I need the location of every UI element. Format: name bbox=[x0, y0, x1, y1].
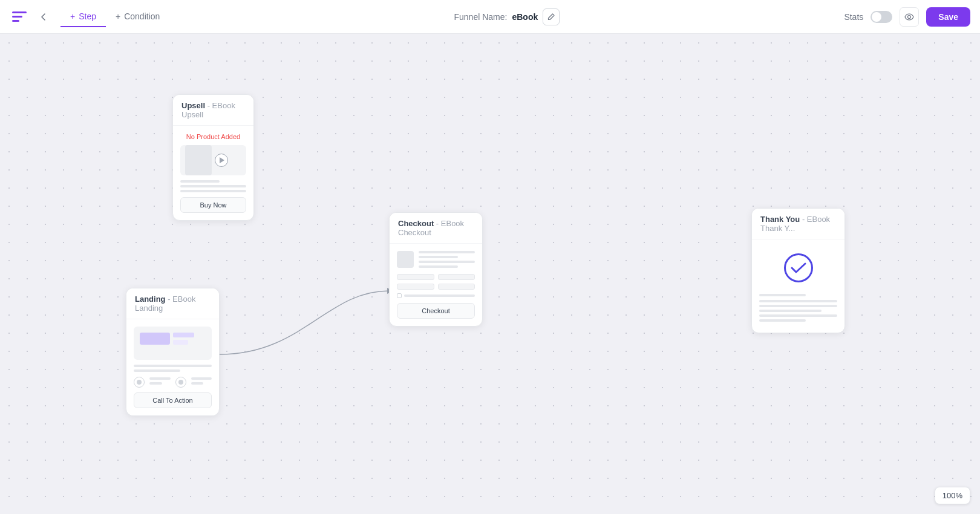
landing-text-lines bbox=[134, 365, 212, 372]
ty-line-5 bbox=[759, 314, 837, 317]
tab-step-label: Step bbox=[79, 11, 96, 21]
funnel-name-value: eBook bbox=[512, 12, 538, 22]
zoom-level: 100% bbox=[942, 491, 962, 500]
landing-card-header: Landing - EBook Landing bbox=[126, 288, 219, 319]
landing-line-1 bbox=[134, 365, 212, 367]
cta-text-lines bbox=[149, 377, 171, 387]
ty-line-1 bbox=[759, 294, 806, 296]
form-avatar bbox=[397, 251, 414, 268]
hero-element-2 bbox=[173, 333, 194, 337]
logo-line-1 bbox=[12, 11, 27, 13]
form-line-3 bbox=[419, 261, 475, 263]
text-line-3 bbox=[180, 190, 246, 192]
funnel-canvas[interactable]: Upsell - EBook Upsell No Product Added B… bbox=[0, 34, 980, 514]
app-logo bbox=[10, 7, 29, 27]
landing-card[interactable]: Landing - EBook Landing bbox=[126, 288, 220, 416]
form-line-1 bbox=[419, 251, 475, 253]
toggle-knob bbox=[872, 12, 881, 22]
no-product-text: No Product Added bbox=[180, 133, 246, 140]
cta-icon-right bbox=[175, 377, 186, 388]
preview-button[interactable] bbox=[900, 7, 919, 27]
ty-line-2 bbox=[759, 300, 837, 302]
checkbox-line bbox=[404, 294, 475, 297]
form-field-3 bbox=[397, 284, 434, 290]
cta-rline-2 bbox=[191, 382, 204, 385]
thankyou-card[interactable]: Thank You - EBook Thank Y... bbox=[751, 208, 845, 333]
call-to-action-button[interactable]: Call To Action bbox=[134, 392, 212, 408]
checkbox-box bbox=[397, 293, 402, 298]
back-button[interactable] bbox=[34, 7, 53, 27]
form-row-1 bbox=[397, 274, 475, 280]
form-row-2 bbox=[397, 284, 475, 290]
header-right: Stats Save bbox=[844, 7, 970, 27]
landing-line-2 bbox=[134, 369, 180, 372]
cta-rline-1 bbox=[191, 377, 212, 380]
zoom-indicator: 100% bbox=[935, 487, 970, 504]
stats-label: Stats bbox=[844, 12, 863, 22]
cta-text-lines-right bbox=[191, 377, 212, 387]
buy-now-button[interactable]: Buy Now bbox=[180, 197, 246, 213]
text-line-1 bbox=[180, 180, 220, 183]
check-circle-icon bbox=[784, 253, 813, 282]
play-icon bbox=[215, 154, 228, 167]
ty-line-6 bbox=[759, 319, 806, 322]
ty-line-3 bbox=[759, 305, 837, 307]
edit-funnel-name-button[interactable] bbox=[543, 8, 560, 25]
tab-condition-label: Condition bbox=[124, 11, 160, 21]
upsell-text-lines bbox=[180, 180, 246, 192]
checkout-card[interactable]: Checkout - EBook Checkout bbox=[389, 212, 483, 327]
text-line-2 bbox=[180, 185, 246, 187]
thankyou-icon-area bbox=[759, 247, 837, 289]
upsell-video-placeholder bbox=[180, 145, 246, 175]
form-line-4 bbox=[419, 265, 458, 268]
ty-line-4 bbox=[759, 310, 822, 312]
thankyou-type: Thank You bbox=[760, 215, 800, 224]
hero-element-3 bbox=[173, 340, 188, 345]
cta-area bbox=[134, 377, 212, 388]
checkout-type: Checkout bbox=[398, 219, 434, 228]
upsell-type: Upsell bbox=[181, 101, 205, 110]
upsell-card[interactable]: Upsell - EBook Upsell No Product Added B… bbox=[172, 94, 254, 221]
form-field-2 bbox=[438, 274, 475, 280]
logo-line-2 bbox=[12, 16, 22, 18]
form-line-2 bbox=[419, 256, 458, 258]
tab-step-plus: + bbox=[70, 11, 75, 21]
form-lines bbox=[419, 251, 475, 270]
tab-condition[interactable]: + Condition bbox=[106, 7, 169, 27]
cta-icon-inner-left bbox=[137, 380, 142, 385]
cta-icon-left bbox=[134, 377, 145, 388]
save-button[interactable]: Save bbox=[926, 7, 970, 27]
stats-toggle[interactable] bbox=[871, 11, 892, 23]
thankyou-card-header: Thank You - EBook Thank Y... bbox=[752, 209, 844, 239]
cta-icon-inner-right bbox=[178, 380, 183, 385]
toggle-track[interactable] bbox=[871, 11, 892, 23]
funnel-name-section: Funnel Name: eBook bbox=[174, 8, 839, 25]
funnel-label: Funnel Name: bbox=[454, 12, 508, 22]
cta-line-2 bbox=[149, 382, 162, 385]
svg-point-0 bbox=[908, 15, 911, 18]
upsell-card-body: No Product Added Buy Now bbox=[173, 126, 253, 220]
form-field-4 bbox=[438, 284, 475, 290]
form-checkbox bbox=[397, 293, 475, 298]
play-triangle bbox=[220, 157, 224, 163]
checkout-form-preview bbox=[397, 251, 475, 270]
tab-condition-plus: + bbox=[116, 11, 120, 21]
hero-element-1 bbox=[140, 333, 170, 345]
checkout-button[interactable]: Checkout bbox=[397, 303, 475, 319]
upsell-card-header: Upsell - EBook Upsell bbox=[173, 95, 253, 126]
landing-card-body: Call To Action bbox=[126, 319, 219, 415]
checkout-card-header: Checkout - EBook Checkout bbox=[390, 213, 482, 244]
checkout-card-body: Checkout bbox=[390, 244, 482, 326]
tab-step[interactable]: + Step bbox=[60, 7, 106, 27]
video-thumb bbox=[185, 145, 212, 175]
thankyou-desc-lines bbox=[759, 300, 837, 322]
cta-line-1 bbox=[149, 377, 171, 380]
landing-hero-image bbox=[134, 327, 212, 360]
form-field-1 bbox=[397, 274, 434, 280]
thankyou-card-body bbox=[752, 239, 844, 333]
header-tabs: + Step + Condition bbox=[60, 7, 169, 27]
app-header: + Step + Condition Funnel Name: eBook St… bbox=[0, 0, 980, 34]
thankyou-text-lines bbox=[759, 294, 837, 296]
logo-line-3 bbox=[12, 20, 19, 22]
landing-type: Landing bbox=[135, 294, 166, 304]
